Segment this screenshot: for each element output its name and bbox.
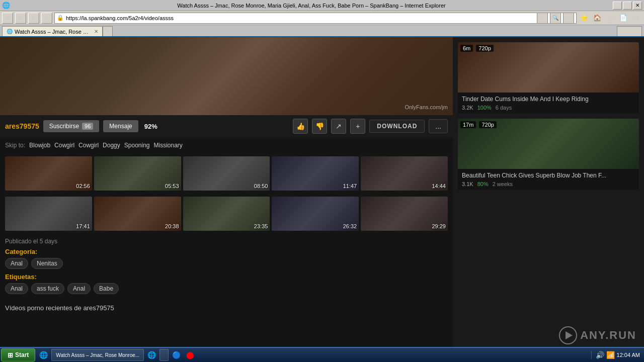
favorites-icon[interactable]: ⭐ xyxy=(579,13,590,24)
username-label[interactable]: ares79575 xyxy=(5,122,39,130)
video-watermark: OnlyFans.com/jm xyxy=(405,104,448,110)
subscribe-count: 96 xyxy=(82,123,93,130)
subscribe-label: Suscribirse xyxy=(49,123,79,130)
go-button[interactable]: 🔍 xyxy=(550,13,561,24)
sidebar-video-1-badges: 6m 720p xyxy=(460,45,494,52)
quality-badge-2: 720p xyxy=(479,121,496,128)
sidebar-title-2: Beautiful Teen Chick Gives Superb Blow J… xyxy=(462,172,635,179)
thumb-time-5: 14:44 xyxy=(432,183,446,189)
views-2: 3.1K xyxy=(462,181,473,187)
volume-icon[interactable]: 🔊 xyxy=(596,351,604,359)
home-toolbar-icon[interactable]: 🏠 xyxy=(592,13,603,24)
thumb-17-41[interactable]: 17:41 xyxy=(5,197,92,231)
sidebar-info-1: Tinder Date Cums Inside Me And I Keep Ri… xyxy=(458,93,639,114)
tag-anal-cat[interactable]: Anal xyxy=(5,258,28,269)
thumb-time-3: 08:50 xyxy=(254,183,268,189)
info-area: Publicado el 5 days Categoría: Anal Neni… xyxy=(0,234,453,302)
window-controls: _ □ ✕ xyxy=(613,2,642,10)
content-area: OnlyFans.com/jm ares79575 Suscribirse 96… xyxy=(0,37,453,347)
playlist-button[interactable]: + xyxy=(350,119,365,134)
empty-tab-space xyxy=(617,26,642,36)
pct-1: 100% xyxy=(477,105,492,111)
new-tab-button[interactable]: + xyxy=(103,26,113,36)
more-options-button[interactable]: ... xyxy=(429,119,448,133)
tag-anal-et2[interactable]: Anal xyxy=(67,283,91,294)
skip-doggy[interactable]: Doggy xyxy=(103,142,120,149)
active-tab[interactable]: 🌐 Watch Assss – Jmac, Rose M... ✕ xyxy=(2,26,103,36)
sidebar-video-2[interactable]: 17m 720p Beautiful Teen Chick Gives Supe… xyxy=(458,119,639,190)
thumb-05-53[interactable]: 05:53 xyxy=(94,156,181,191)
thumb-time-2: 05:53 xyxy=(165,183,179,189)
page-icon[interactable]: 📄 xyxy=(618,13,629,24)
message-button[interactable]: Mensaje xyxy=(103,120,138,132)
categoria-label: Categoría: xyxy=(5,248,448,255)
tag-nenitas[interactable]: Nenitas xyxy=(31,258,63,269)
lock-icon: 🔒 xyxy=(57,15,64,21)
restore-button[interactable]: □ xyxy=(623,2,632,10)
browser-title: Watch Assss – Jmac, Rose Monroe, Maria G… xyxy=(10,3,613,9)
sidebar-info-2: Beautiful Teen Chick Gives Superb Blow J… xyxy=(458,169,639,190)
tag-babe[interactable]: Babe xyxy=(94,283,119,294)
tag-anal-et[interactable]: Anal xyxy=(5,283,28,294)
address-input[interactable] xyxy=(66,15,535,21)
thumb-time-10: 29:29 xyxy=(432,223,446,229)
forward-button[interactable]: ► xyxy=(15,13,26,24)
taskbar-items: 🌐 Watch Assss – Jmac, Rose Monroe... 🌐 🔵… xyxy=(35,349,591,361)
download-button[interactable]: DOWNLOAD xyxy=(369,120,425,133)
thumb-29-29[interactable]: 29:29 xyxy=(361,197,448,231)
skip-cowgirl-1[interactable]: Cowgirl xyxy=(54,142,74,149)
sidebar-thumb-1: 6m 720p xyxy=(458,42,639,93)
etiquetas-tags: Anal ass fuck Anal Babe xyxy=(5,283,448,294)
network-icon[interactable]: 📶 xyxy=(606,351,615,359)
thumb-time-6: 17:41 xyxy=(76,223,90,229)
skip-spooning[interactable]: Spooning xyxy=(124,142,150,149)
back-button[interactable]: ◄ xyxy=(2,13,13,24)
sidebar-title-1: Tinder Date Cums Inside Me And I Keep Ri… xyxy=(462,96,635,103)
start-button[interactable]: ⊞ Start xyxy=(1,348,35,361)
quality-badge-1: 720p xyxy=(476,45,493,52)
thumb-02-56[interactable]: 02:56 xyxy=(5,156,92,191)
skip-blowjob[interactable]: Blowjob xyxy=(29,142,50,149)
share-button[interactable]: ↗ xyxy=(331,119,346,134)
tray-time: 12:04 AM xyxy=(617,352,640,358)
etiquetas-label: Etiquetas: xyxy=(5,273,448,281)
age-1: 6 days xyxy=(496,105,512,111)
thumb-14-44[interactable]: 14:44 xyxy=(361,156,448,191)
recent-videos-label: Vídeos porno recientes de ares79575 xyxy=(0,302,453,314)
address-bar-container: 🔒 ▼ 🔍 ↻ xyxy=(54,13,577,24)
skip-missionary[interactable]: Missionary xyxy=(154,142,183,149)
subscribe-button[interactable]: Suscribirse 96 xyxy=(43,120,100,132)
thumbdown-button[interactable]: 👎 xyxy=(312,119,327,134)
tab-close-button[interactable]: ✕ xyxy=(94,29,98,34)
home-button[interactable]: ⌂ xyxy=(41,13,52,24)
video-preview[interactable]: OnlyFans.com/jm xyxy=(0,37,453,115)
taskbar-explorer-item[interactable] xyxy=(159,349,169,361)
thumb-11-47[interactable]: 11:47 xyxy=(272,156,359,191)
thumbup-button[interactable]: 👍 xyxy=(293,119,308,134)
age-2: 2 weeks xyxy=(493,181,513,187)
thumb-26-32[interactable]: 26:32 xyxy=(272,197,359,231)
timeline-row-1: 02:56 05:53 08:50 11:47 14:44 xyxy=(0,153,453,194)
minimize-button[interactable]: _ xyxy=(613,2,622,10)
thumb-20-38[interactable]: 20:38 xyxy=(94,197,181,231)
tools-icon[interactable]: ⚙ xyxy=(631,13,642,24)
close-button[interactable]: ✕ xyxy=(633,2,642,10)
refresh-small[interactable]: ↻ xyxy=(563,13,574,24)
sidebar-video-1[interactable]: 6m 720p Tinder Date Cums Inside Me And I… xyxy=(458,42,639,114)
search-dropdown[interactable]: ▼ xyxy=(537,13,548,24)
thumb-08-50[interactable]: 08:50 xyxy=(183,156,270,191)
user-bar: ares79575 Suscribirse 96 Mensaje 92% 👍 👎… xyxy=(0,115,453,137)
browser-toolbar: ◄ ► ↻ ⌂ 🔒 ▼ 🔍 ↻ ⭐ 🏠 🖨 📄 ⚙ xyxy=(0,11,644,25)
duration-badge-1: 6m xyxy=(460,45,473,52)
ie-icon-small: 🌐 xyxy=(39,351,48,359)
browser-titlebar: 🌐 Watch Assss – Jmac, Rose Monroe, Maria… xyxy=(0,0,644,11)
thumb-time-7: 20:38 xyxy=(165,223,179,229)
thumb-23-35[interactable]: 23:35 xyxy=(183,197,270,231)
refresh-button[interactable]: ↻ xyxy=(28,13,39,24)
tag-ass-fuck[interactable]: ass fuck xyxy=(31,283,64,294)
skip-cowgirl-2[interactable]: Cowgirl xyxy=(78,142,99,149)
printer-icon[interactable]: 🖨 xyxy=(605,13,616,24)
taskbar-browser-label: Watch Assss – Jmac, Rose Monroe... xyxy=(56,352,139,358)
taskbar-ie2: 🌐 xyxy=(147,351,156,359)
taskbar-browser-item[interactable]: Watch Assss – Jmac, Rose Monroe... xyxy=(51,349,144,361)
